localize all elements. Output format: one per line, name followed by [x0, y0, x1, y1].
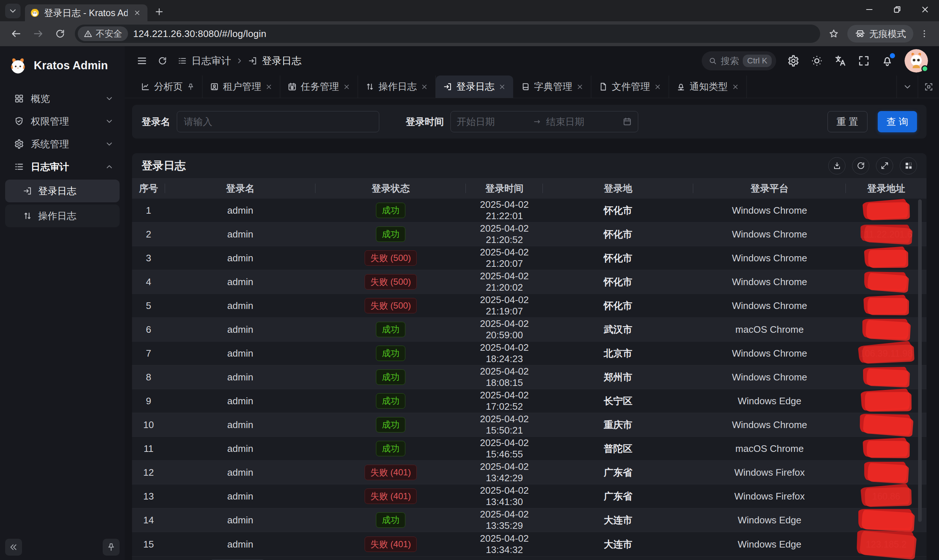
bookmark-star-icon[interactable] [825, 25, 842, 42]
page-tab-2[interactable]: 租户管理 [202, 75, 280, 98]
page-tab-1[interactable]: 分析页 [134, 75, 202, 98]
cell-status: 失败 (500) [315, 270, 466, 294]
page-tab-7[interactable]: 文件管理 [591, 75, 669, 98]
address-bar[interactable]: 不安全 124.221.26.30:8080/#/log/login [75, 25, 820, 43]
query-button[interactable]: 查 询 [878, 111, 917, 132]
login-time-label: 登录时间 [406, 115, 444, 128]
cell-platform: Windows Edge [693, 532, 846, 557]
page-tab-8[interactable]: 通知类型 [669, 75, 747, 98]
back-button[interactable] [6, 24, 26, 43]
sidebar-group-1[interactable]: 概览 [3, 88, 122, 109]
cell-time: 2025-04-02 13:41:30 [466, 485, 543, 508]
fullscreen-icon[interactable] [857, 55, 870, 67]
status-badge: 成功 [376, 346, 405, 361]
table-row: 14admin成功2025-04-02 13:35:29大连市Windows E… [132, 508, 927, 532]
minimize-button[interactable] [856, 0, 883, 19]
page-refresh-button[interactable] [154, 52, 171, 69]
sidebar-item-operation-log[interactable]: 操作日志 [5, 205, 120, 227]
status-badge: 失败 (500) [365, 274, 417, 289]
tab-close-icon[interactable] [498, 83, 506, 91]
global-search[interactable]: 搜索 Ctrl K [702, 51, 776, 70]
cell-time: 2025-04-02 21:20:07 [466, 246, 543, 270]
sidebar-group-3[interactable]: 系统管理 [3, 134, 122, 155]
brand-name: Kratos Admin [34, 59, 108, 72]
window-controls [856, 0, 939, 19]
sort-icon [365, 82, 375, 91]
tab-close-icon[interactable] [132, 8, 142, 18]
page-tabstrip: 分析页租户管理任务管理操作日志登录日志字典管理文件管理通知类型 [125, 75, 939, 98]
gear-icon [14, 139, 24, 149]
restore-button[interactable] [883, 0, 911, 19]
sidebar-group-label: 系统管理 [31, 138, 98, 151]
page-tab-6[interactable]: 字典管理 [513, 75, 591, 98]
cell-address [846, 461, 927, 485]
screen-expand-icon [924, 82, 933, 92]
favicon-hamster-icon [30, 8, 40, 18]
new-tab-button[interactable] [152, 5, 167, 19]
status-badge: 失败 (500) [365, 250, 417, 266]
login-name-input[interactable]: 请输入 [177, 111, 379, 132]
cell-status: 成功 [315, 389, 466, 413]
start-date-input[interactable]: 开始日期 [456, 115, 529, 128]
dots-vertical-icon [920, 29, 929, 38]
tab-close-icon[interactable] [654, 83, 661, 91]
tab-close-icon[interactable] [265, 83, 273, 91]
status-badge: 失败 (401) [365, 537, 417, 552]
sidebar-item-login-log[interactable]: 登录日志 [5, 180, 120, 202]
page-tab-label: 通知类型 [689, 80, 728, 93]
shield-icon [14, 116, 24, 126]
notifications-bell-icon[interactable] [881, 55, 894, 67]
cell-location: 怀化市 [543, 294, 693, 318]
cell-location: 北京市 [543, 342, 693, 365]
address-redaction: 111.22.201.6 [846, 223, 926, 246]
table-row: 13admin失败 (401)2025-04-02 13:41:30广东省Win… [132, 485, 927, 508]
forward-button[interactable] [29, 24, 48, 43]
settings-gear-icon[interactable] [787, 55, 800, 67]
cell-platform: Windows Chrome [693, 198, 846, 223]
brand-logo-hamster-icon [8, 56, 28, 75]
sidebar-group-4[interactable]: 日志审计 [3, 156, 122, 177]
sidebar-group-2[interactable]: 权限管理 [3, 111, 122, 132]
tab-close-icon[interactable] [732, 83, 739, 91]
redaction-scribble-icon [865, 463, 907, 482]
theme-toggle-icon[interactable] [811, 55, 823, 67]
sidebar-collapse-button[interactable] [5, 539, 22, 555]
tab-close-icon[interactable] [421, 83, 428, 91]
redaction-scribble-icon [864, 201, 908, 220]
browser-menu-button[interactable] [916, 26, 933, 42]
tab-search-button[interactable] [5, 4, 20, 18]
cell-time: 2025-04-02 21:19:07 [466, 294, 543, 318]
page-tab-4[interactable]: 操作日志 [358, 75, 436, 98]
table-fullscreen-button[interactable] [876, 157, 893, 174]
date-range-picker[interactable]: 开始日期 结束日期 [450, 111, 638, 132]
breadcrumb-group[interactable]: 日志审计 [191, 54, 231, 68]
close-button[interactable] [911, 0, 939, 19]
cell-time: 2025-04-02 21:22:01 [466, 198, 543, 223]
cell-location: 长宁区 [543, 389, 693, 413]
column-settings-button[interactable] [900, 157, 917, 174]
content-fullscreen-button[interactable] [918, 75, 939, 98]
cell-platform: macOS Chrome [693, 318, 846, 342]
redaction-scribble-icon [866, 248, 907, 268]
tab-close-icon[interactable] [343, 83, 350, 91]
table-scrollbar-thumb[interactable] [918, 199, 922, 522]
log-table-card: 登录日志 序号登录名登录状态登录时间登录地登录平台登录地址 [132, 153, 927, 560]
page-tab-5[interactable]: 登录日志 [436, 75, 513, 98]
sidebar-pin-button[interactable] [103, 539, 120, 555]
address-redaction: 106.39.11.98 [846, 342, 926, 365]
cell-name: admin [165, 485, 315, 508]
page-tab-3[interactable]: 任务管理 [280, 75, 358, 98]
end-date-input[interactable]: 结束日期 [546, 115, 618, 128]
user-avatar[interactable] [905, 49, 928, 72]
language-icon[interactable] [834, 55, 846, 67]
browser-tab[interactable]: 登录日志 - Kratos Admin [25, 5, 148, 21]
security-chip[interactable]: 不安全 [78, 26, 128, 41]
export-download-button[interactable] [828, 157, 845, 174]
tab-close-icon[interactable] [576, 83, 584, 91]
reload-button[interactable] [51, 24, 70, 43]
menu-toggle-button[interactable] [134, 52, 150, 69]
column-header: 登录平台 [693, 178, 846, 198]
tab-list-dropdown-button[interactable] [896, 75, 918, 98]
table-refresh-button[interactable] [852, 157, 869, 174]
reset-button[interactable]: 重 置 [828, 111, 868, 132]
